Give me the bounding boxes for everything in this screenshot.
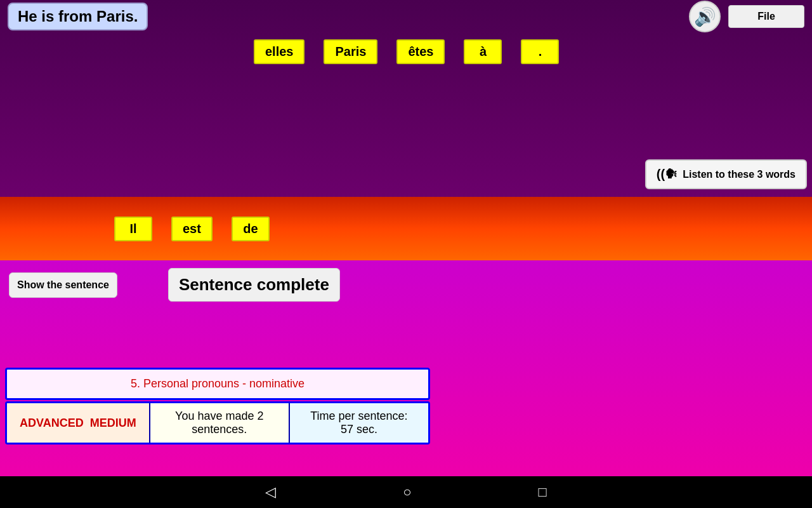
word-tile[interactable]: elles <box>254 39 304 64</box>
word-tile[interactable]: à <box>464 39 502 64</box>
level-advanced: ADVANCED <box>20 417 84 430</box>
word-tile[interactable]: êtes <box>396 39 445 64</box>
header-right: 🔊 File <box>689 1 804 32</box>
middle-words-area: Il est de <box>13 217 270 241</box>
listen-icon: ((🗣 <box>657 167 678 182</box>
show-sentence-button[interactable]: Show the sentence <box>9 272 117 298</box>
bottom-section: Show the sentence Sentence complete 5. P… <box>0 260 812 476</box>
sentence-complete-display: Sentence complete <box>168 268 340 302</box>
word-tile[interactable]: est <box>171 217 213 241</box>
app: He is from Paris. 🔊 File elles Paris ête… <box>0 0 812 508</box>
word-tile[interactable]: Paris <box>324 39 377 64</box>
header: He is from Paris. 🔊 File <box>0 0 812 33</box>
file-button[interactable]: File <box>728 5 804 28</box>
category-label: 5. Personal pronouns - nominative <box>5 368 430 400</box>
top-section: He is from Paris. 🔊 File elles Paris ête… <box>0 0 812 197</box>
listen-label: Listen to these 3 words <box>683 169 796 180</box>
level-box: ADVANCED MEDIUM <box>7 403 150 443</box>
info-bar-container: 5. Personal pronouns - nominative ADVANC… <box>5 368 430 444</box>
sentence-display: He is from Paris. <box>8 3 148 30</box>
stats-row: ADVANCED MEDIUM You have made 2 sentence… <box>5 401 430 444</box>
time-per-sentence: Time per sentence: 57 sec. <box>290 403 428 443</box>
word-tile[interactable]: de <box>232 217 270 241</box>
middle-section: Il est de <box>0 197 812 260</box>
back-button[interactable]: ◁ <box>265 484 276 500</box>
sentences-count: You have made 2 sentences. <box>150 403 290 443</box>
nav-bar: ◁ ○ □ <box>0 476 812 508</box>
word-tile[interactable]: . <box>521 39 559 64</box>
action-row: Show the sentence Sentence complete <box>0 260 812 309</box>
recent-apps-button[interactable]: □ <box>539 484 547 500</box>
speaker-button[interactable]: 🔊 <box>689 1 721 32</box>
speaker-icon: 🔊 <box>694 6 716 27</box>
top-words-area: elles Paris êtes à . <box>0 33 812 70</box>
level-medium: MEDIUM <box>90 417 136 430</box>
word-tile[interactable]: Il <box>114 217 152 241</box>
home-button[interactable]: ○ <box>403 484 411 500</box>
listen-button[interactable]: ((🗣 Listen to these 3 words <box>645 159 807 189</box>
